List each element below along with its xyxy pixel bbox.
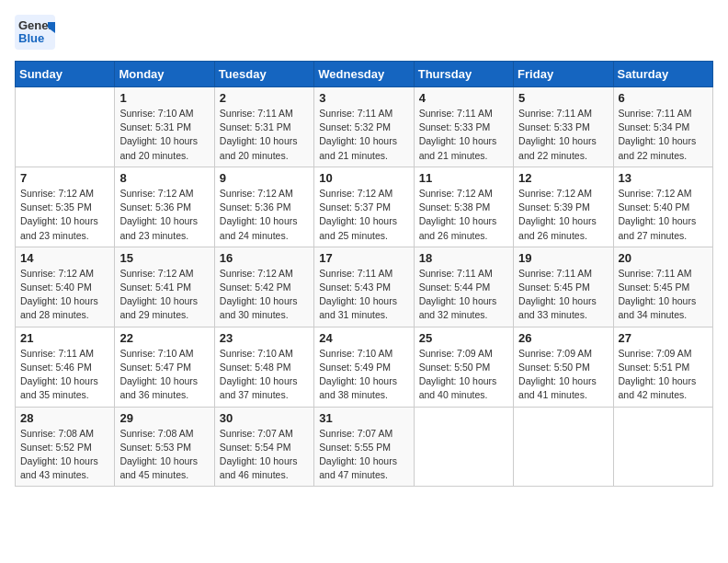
day-number: 27 <box>619 331 708 345</box>
day-info: Sunrise: 7:11 AMSunset: 5:33 PMDaylight:… <box>419 107 508 163</box>
calendar-cell: 28Sunrise: 7:08 AMSunset: 5:52 PMDayligh… <box>16 407 115 487</box>
day-header-sunday: Sunday <box>16 62 115 87</box>
calendar-body: 1Sunrise: 7:10 AMSunset: 5:31 PMDaylight… <box>16 87 713 487</box>
day-header-friday: Friday <box>514 62 613 87</box>
calendar-cell: 8Sunrise: 7:12 AMSunset: 5:36 PMDaylight… <box>115 167 214 247</box>
day-number: 5 <box>518 91 608 105</box>
day-number: 8 <box>119 171 209 185</box>
calendar-cell <box>414 407 513 487</box>
calendar-cell: 22Sunrise: 7:10 AMSunset: 5:47 PMDayligh… <box>115 327 214 407</box>
day-info: Sunrise: 7:12 AMSunset: 5:38 PMDaylight:… <box>419 187 508 243</box>
day-number: 2 <box>220 91 309 105</box>
svg-text:Blue: Blue <box>18 31 44 45</box>
logo-icon: General Blue <box>15 15 55 50</box>
calendar-cell: 25Sunrise: 7:09 AMSunset: 5:50 PMDayligh… <box>414 327 513 407</box>
day-info: Sunrise: 7:12 AMSunset: 5:40 PMDaylight:… <box>619 187 708 243</box>
day-info: Sunrise: 7:11 AMSunset: 5:45 PMDaylight:… <box>518 267 608 323</box>
calendar-cell: 10Sunrise: 7:12 AMSunset: 5:37 PMDayligh… <box>314 167 414 247</box>
day-info: Sunrise: 7:11 AMSunset: 5:34 PMDaylight:… <box>619 107 708 163</box>
day-number: 11 <box>419 171 508 185</box>
day-info: Sunrise: 7:11 AMSunset: 5:32 PMDaylight:… <box>319 107 408 163</box>
day-number: 30 <box>220 411 309 425</box>
calendar-week-row: 28Sunrise: 7:08 AMSunset: 5:52 PMDayligh… <box>16 407 713 487</box>
day-info: Sunrise: 7:11 AMSunset: 5:46 PMDaylight:… <box>20 347 109 403</box>
page-header: General Blue <box>15 15 713 50</box>
calendar-cell: 17Sunrise: 7:11 AMSunset: 5:43 PMDayligh… <box>314 247 414 327</box>
day-number: 17 <box>319 251 408 265</box>
day-number: 22 <box>119 331 209 345</box>
calendar-cell <box>613 407 712 487</box>
calendar-cell: 14Sunrise: 7:12 AMSunset: 5:40 PMDayligh… <box>16 247 115 327</box>
day-info: Sunrise: 7:10 AMSunset: 5:31 PMDaylight:… <box>119 107 209 163</box>
day-number: 25 <box>419 331 508 345</box>
day-number: 16 <box>220 251 309 265</box>
calendar-cell <box>514 407 613 487</box>
calendar-cell: 29Sunrise: 7:08 AMSunset: 5:53 PMDayligh… <box>115 407 214 487</box>
calendar-cell: 15Sunrise: 7:12 AMSunset: 5:41 PMDayligh… <box>115 247 214 327</box>
calendar-cell: 19Sunrise: 7:11 AMSunset: 5:45 PMDayligh… <box>514 247 613 327</box>
day-number: 12 <box>518 171 608 185</box>
day-info: Sunrise: 7:11 AMSunset: 5:45 PMDaylight:… <box>619 267 708 323</box>
calendar-cell: 11Sunrise: 7:12 AMSunset: 5:38 PMDayligh… <box>414 167 513 247</box>
day-info: Sunrise: 7:12 AMSunset: 5:41 PMDaylight:… <box>119 267 209 323</box>
calendar-cell: 30Sunrise: 7:07 AMSunset: 5:54 PMDayligh… <box>214 407 313 487</box>
day-info: Sunrise: 7:08 AMSunset: 5:52 PMDaylight:… <box>20 427 109 483</box>
day-info: Sunrise: 7:10 AMSunset: 5:49 PMDaylight:… <box>319 347 408 403</box>
calendar-cell: 23Sunrise: 7:10 AMSunset: 5:48 PMDayligh… <box>214 327 313 407</box>
logo: General Blue <box>15 15 55 50</box>
calendar-cell: 26Sunrise: 7:09 AMSunset: 5:50 PMDayligh… <box>514 327 613 407</box>
day-number: 20 <box>619 251 708 265</box>
day-info: Sunrise: 7:11 AMSunset: 5:44 PMDaylight:… <box>419 267 508 323</box>
day-info: Sunrise: 7:07 AMSunset: 5:54 PMDaylight:… <box>220 427 309 483</box>
calendar-cell: 24Sunrise: 7:10 AMSunset: 5:49 PMDayligh… <box>314 327 414 407</box>
calendar-cell: 12Sunrise: 7:12 AMSunset: 5:39 PMDayligh… <box>514 167 613 247</box>
calendar-table: SundayMondayTuesdayWednesdayThursdayFrid… <box>15 61 713 487</box>
calendar-cell: 21Sunrise: 7:11 AMSunset: 5:46 PMDayligh… <box>16 327 115 407</box>
day-info: Sunrise: 7:11 AMSunset: 5:43 PMDaylight:… <box>319 267 408 323</box>
day-info: Sunrise: 7:12 AMSunset: 5:39 PMDaylight:… <box>518 187 608 243</box>
day-number: 9 <box>220 171 309 185</box>
day-number: 7 <box>20 171 109 185</box>
calendar-cell: 16Sunrise: 7:12 AMSunset: 5:42 PMDayligh… <box>214 247 313 327</box>
calendar-week-row: 7Sunrise: 7:12 AMSunset: 5:35 PMDaylight… <box>16 167 713 247</box>
day-info: Sunrise: 7:12 AMSunset: 5:42 PMDaylight:… <box>220 267 309 323</box>
calendar-cell: 4Sunrise: 7:11 AMSunset: 5:33 PMDaylight… <box>414 87 513 167</box>
day-number: 15 <box>119 251 209 265</box>
day-info: Sunrise: 7:11 AMSunset: 5:33 PMDaylight:… <box>518 107 608 163</box>
calendar-week-row: 1Sunrise: 7:10 AMSunset: 5:31 PMDaylight… <box>16 87 713 167</box>
day-info: Sunrise: 7:10 AMSunset: 5:47 PMDaylight:… <box>119 347 209 403</box>
day-header-saturday: Saturday <box>613 62 712 87</box>
day-number: 26 <box>518 331 608 345</box>
calendar-cell: 2Sunrise: 7:11 AMSunset: 5:31 PMDaylight… <box>214 87 313 167</box>
calendar-cell: 5Sunrise: 7:11 AMSunset: 5:33 PMDaylight… <box>514 87 613 167</box>
day-info: Sunrise: 7:08 AMSunset: 5:53 PMDaylight:… <box>119 427 209 483</box>
calendar-cell: 18Sunrise: 7:11 AMSunset: 5:44 PMDayligh… <box>414 247 513 327</box>
calendar-cell <box>16 87 115 167</box>
day-header-thursday: Thursday <box>414 62 513 87</box>
day-info: Sunrise: 7:12 AMSunset: 5:36 PMDaylight:… <box>220 187 309 243</box>
day-info: Sunrise: 7:12 AMSunset: 5:35 PMDaylight:… <box>20 187 109 243</box>
calendar-cell: 7Sunrise: 7:12 AMSunset: 5:35 PMDaylight… <box>16 167 115 247</box>
day-info: Sunrise: 7:12 AMSunset: 5:40 PMDaylight:… <box>20 267 109 323</box>
day-number: 24 <box>319 331 408 345</box>
calendar-cell: 6Sunrise: 7:11 AMSunset: 5:34 PMDaylight… <box>613 87 712 167</box>
calendar-cell: 13Sunrise: 7:12 AMSunset: 5:40 PMDayligh… <box>613 167 712 247</box>
calendar-week-row: 14Sunrise: 7:12 AMSunset: 5:40 PMDayligh… <box>16 247 713 327</box>
day-number: 6 <box>619 91 708 105</box>
day-info: Sunrise: 7:09 AMSunset: 5:50 PMDaylight:… <box>518 347 608 403</box>
day-info: Sunrise: 7:09 AMSunset: 5:50 PMDaylight:… <box>419 347 508 403</box>
day-number: 21 <box>20 331 109 345</box>
day-header-wednesday: Wednesday <box>314 62 414 87</box>
day-info: Sunrise: 7:11 AMSunset: 5:31 PMDaylight:… <box>220 107 309 163</box>
day-number: 4 <box>419 91 508 105</box>
day-number: 28 <box>20 411 109 425</box>
calendar-cell: 3Sunrise: 7:11 AMSunset: 5:32 PMDaylight… <box>314 87 414 167</box>
day-info: Sunrise: 7:10 AMSunset: 5:48 PMDaylight:… <box>220 347 309 403</box>
day-header-monday: Monday <box>115 62 214 87</box>
day-info: Sunrise: 7:09 AMSunset: 5:51 PMDaylight:… <box>619 347 708 403</box>
day-number: 19 <box>518 251 608 265</box>
day-info: Sunrise: 7:12 AMSunset: 5:36 PMDaylight:… <box>119 187 209 243</box>
calendar-cell: 31Sunrise: 7:07 AMSunset: 5:55 PMDayligh… <box>314 407 414 487</box>
day-number: 29 <box>119 411 209 425</box>
day-number: 31 <box>319 411 408 425</box>
